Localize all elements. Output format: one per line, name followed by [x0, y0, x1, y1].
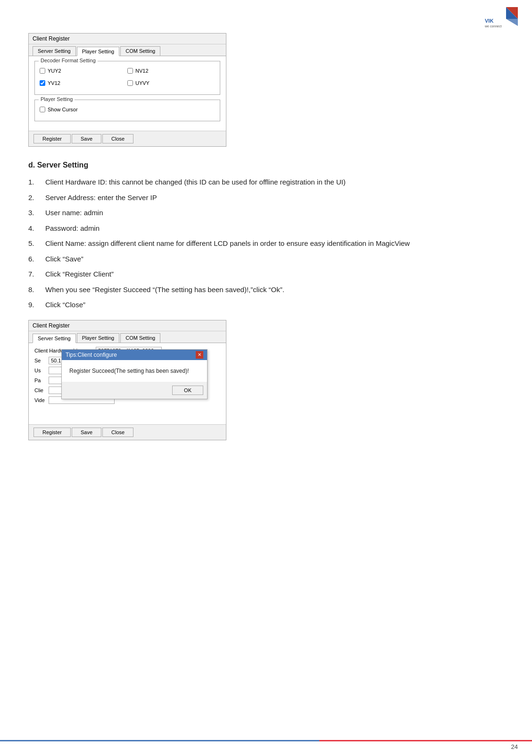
checkbox-show-cursor[interactable]: [40, 107, 45, 112]
logo-area: VIK we connect: [480, 5, 523, 28]
list-num-3: 3.: [28, 208, 45, 218]
checkbox-nv12-row: NV12: [127, 68, 215, 74]
checkbox-nv12-label: NV12: [135, 68, 149, 74]
player-group-title: Player Setting: [39, 96, 75, 102]
close-button-2[interactable]: Close: [102, 428, 133, 437]
list-item-9: 9. Click “Close”: [28, 300, 504, 311]
checkbox-yuy2-label: YUY2: [48, 68, 61, 74]
decoder-grid: YUY2 NV12 YV12 UYVY: [40, 68, 215, 90]
svg-text:VIK: VIK: [485, 18, 493, 24]
list-text-1: Client Hardware ID: this cannot be chang…: [45, 177, 504, 188]
dialog-title-2: Client Register: [29, 320, 226, 331]
dialog-box-1: Client Register Server Setting Player Se…: [28, 33, 226, 147]
list-item-1: 1. Client Hardware ID: this cannot be ch…: [28, 177, 504, 188]
player-options: Show Cursor: [40, 107, 215, 112]
list-item-5: 5. Client Name: assign different client …: [28, 238, 504, 249]
show-cursor-row: Show Cursor: [40, 107, 215, 112]
popup-title-bar: Tips:Client configure ✕: [62, 350, 207, 360]
checkbox-yuy2[interactable]: [40, 68, 45, 74]
popup-footer: OK: [62, 382, 207, 399]
list-item-8: 8. When you see “Register Succeed “(The …: [28, 285, 504, 295]
page-number: 24: [0, 743, 532, 750]
brand-logo: VIK we connect: [480, 5, 523, 28]
dialog2-wrapper: Client Register Server Setting Player Se…: [28, 320, 226, 440]
list-item-6: 6. Click “Save”: [28, 254, 504, 265]
player-setting-group: Player Setting Show Cursor: [34, 100, 220, 121]
dialog-footer-1: Register Save Close: [29, 131, 226, 146]
list-text-3: User name: admin: [45, 208, 504, 218]
list-num-9: 9.: [28, 300, 45, 311]
list-text-7: Click “Register Client”: [45, 269, 504, 280]
popup-title: Tips:Client configure: [66, 352, 117, 358]
dialog-title-1: Client Register: [29, 34, 226, 44]
tab-server-setting-1[interactable]: Server Setting: [33, 46, 76, 56]
checkbox-nv12[interactable]: [127, 68, 133, 74]
decoder-group-title: Decoder Format Setting: [39, 58, 98, 63]
username-label-partial: Us: [34, 368, 49, 373]
list-item-7: 7. Click “Register Client”: [28, 269, 504, 280]
decoder-format-group: Decoder Format Setting YUY2 NV12: [34, 61, 220, 95]
checkbox-uyvy-label: UYVY: [135, 80, 150, 86]
popup-close-button[interactable]: ✕: [196, 351, 203, 359]
popup-message: Register Succeed(The setting has been sa…: [69, 368, 189, 374]
password-label-partial: Pa: [34, 378, 49, 383]
save-button-2[interactable]: Save: [72, 428, 101, 437]
dialog-tabs-1: Server Setting Player Setting COM Settin…: [29, 44, 226, 56]
numbered-list: 1. Client Hardware ID: this cannot be ch…: [28, 177, 504, 311]
tab-player-setting-2[interactable]: Player Setting: [77, 333, 119, 343]
footer-line: [0, 740, 532, 741]
dialog-body-1: Decoder Format Setting YUY2 NV12: [29, 56, 226, 131]
list-text-2: Server Address: enter the Server IP: [45, 193, 504, 203]
list-num-4: 4.: [28, 223, 45, 234]
tab-server-setting-2[interactable]: Server Setting: [33, 334, 76, 343]
clientname-label-partial: Clie: [34, 387, 49, 393]
list-item-4: 4. Password: admin: [28, 223, 504, 234]
register-button-1[interactable]: Register: [33, 134, 71, 143]
register-button-2[interactable]: Register: [33, 428, 71, 437]
section-heading: d. Server Setting: [28, 161, 504, 169]
video-label-partial: Vide: [34, 397, 49, 403]
dialog-tabs-2: Server Setting Player Setting COM Settin…: [29, 331, 226, 343]
svg-text:we connect: we connect: [484, 25, 501, 28]
checkbox-yuy2-row: YUY2: [40, 68, 127, 74]
tab-com-setting-2[interactable]: COM Setting: [120, 333, 160, 343]
checkbox-yv12[interactable]: [40, 80, 45, 86]
list-text-6: Click “Save”: [45, 254, 504, 265]
checkbox-uyvy-row: UYVY: [127, 80, 215, 86]
list-item-3: 3. User name: admin: [28, 208, 504, 218]
list-num-8: 8.: [28, 285, 45, 295]
list-num-7: 7.: [28, 269, 45, 280]
checkbox-yv12-row: YV12: [40, 80, 127, 86]
list-text-4: Password: admin: [45, 223, 504, 234]
list-text-5: Client Name: assign different client nam…: [45, 238, 504, 249]
popup-ok-button[interactable]: OK: [172, 386, 203, 395]
list-num-6: 6.: [28, 254, 45, 265]
decoder-options: YUY2 NV12 YV12 UYVY: [40, 68, 215, 90]
popup-dialog: Tips:Client configure ✕ Register Succeed…: [61, 349, 208, 399]
tab-com-setting-1[interactable]: COM Setting: [120, 46, 160, 56]
close-button-1[interactable]: Close: [102, 134, 133, 143]
show-cursor-label: Show Cursor: [48, 107, 78, 112]
tab-player-setting-1[interactable]: Player Setting: [77, 47, 119, 56]
server-label-partial: Se: [34, 358, 49, 363]
list-num-2: 2.: [28, 193, 45, 203]
list-text-9: Click “Close”: [45, 300, 504, 311]
dialog-footer-2: Register Save Close: [29, 424, 226, 440]
list-text-8: When you see “Register Succeed “(The set…: [45, 285, 504, 295]
list-num-1: 1.: [28, 177, 45, 188]
list-item-2: 2. Server Address: enter the Server IP: [28, 193, 504, 203]
popup-body: Register Succeed(The setting has been sa…: [62, 360, 207, 382]
list-num-5: 5.: [28, 238, 45, 249]
checkbox-uyvy[interactable]: [127, 80, 133, 86]
page-content: Client Register Server Setting Player Se…: [0, 0, 532, 469]
page-footer: 24: [0, 740, 532, 750]
checkbox-yv12-label: YV12: [48, 80, 60, 86]
save-button-1[interactable]: Save: [72, 134, 101, 143]
